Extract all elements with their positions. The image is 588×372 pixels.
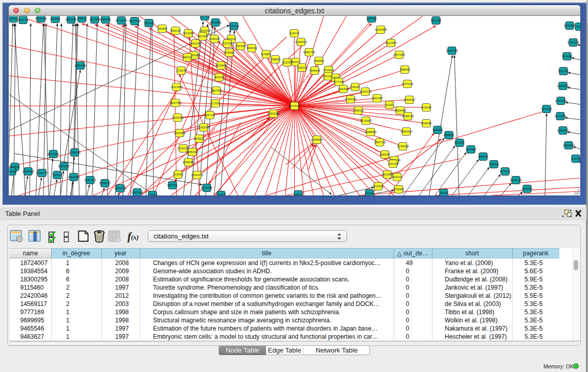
svg-text:10553257: 10553257: [65, 18, 77, 21]
svg-text:10154808: 10154808: [375, 28, 386, 31]
svg-text:11121: 11121: [576, 25, 583, 28]
svg-text:21364436: 21364436: [344, 98, 356, 101]
svg-text:2718170: 2718170: [176, 69, 186, 72]
svg-text:8242848: 8242848: [216, 64, 226, 67]
svg-text:12353584: 12353584: [198, 126, 209, 129]
svg-text:12942737: 12942737: [36, 171, 48, 174]
svg-text:10025438: 10025438: [394, 109, 406, 112]
svg-text:16648784: 16648784: [446, 49, 458, 52]
svg-text:822203: 822203: [282, 61, 291, 64]
svg-text:20691406: 20691406: [35, 17, 47, 20]
svg-text:1588520: 1588520: [270, 58, 280, 61]
svg-text:1145117: 1145117: [52, 173, 62, 177]
svg-text:19384554: 19384554: [311, 138, 322, 141]
svg-text:8471676: 8471676: [500, 170, 510, 173]
svg-text:10688609: 10688609: [364, 130, 376, 134]
svg-text:13524851: 13524851: [381, 173, 393, 176]
svg-text:1615112: 1615112: [388, 162, 398, 165]
svg-text:9827552: 9827552: [211, 89, 222, 92]
svg-text:10719155: 10719155: [115, 19, 127, 22]
svg-text:2367608: 2367608: [235, 45, 246, 48]
svg-text:693012: 693012: [0, 167, 9, 170]
svg-text:9777169: 9777169: [334, 80, 344, 83]
svg-text:14463627: 14463627: [403, 98, 415, 101]
svg-text:6379197: 6379197: [454, 141, 465, 144]
svg-text:9327508: 9327508: [222, 42, 232, 45]
svg-text:7625402: 7625402: [173, 173, 183, 176]
svg-text:19218506: 19218506: [563, 24, 575, 27]
svg-text:1005380: 1005380: [200, 15, 210, 18]
svg-text:15720407: 15720407: [360, 119, 372, 122]
svg-text:16782759: 16782759: [114, 187, 126, 190]
svg-text:12213389: 12213389: [170, 85, 182, 89]
svg-text:9329966: 9329966: [562, 55, 572, 58]
svg-text:10914479: 10914479: [191, 173, 203, 177]
svg-text:16107552: 16107552: [169, 101, 181, 104]
svg-text:7986322: 7986322: [353, 109, 363, 112]
svg-text:746266: 746266: [351, 85, 359, 89]
svg-text:10671355: 10671355: [128, 19, 140, 23]
svg-text:12975115: 12975115: [402, 82, 413, 85]
svg-text:19654923: 19654923: [400, 130, 412, 133]
svg-text:10543362: 10543362: [189, 42, 201, 45]
svg-text:9227342: 9227342: [558, 70, 569, 73]
svg-text:17016504: 17016504: [562, 144, 574, 147]
svg-text:18724007: 18724007: [289, 104, 300, 107]
svg-text:8912954: 8912954: [183, 32, 193, 35]
svg-text:252214: 252214: [393, 176, 401, 179]
svg-text:1626215: 1626215: [297, 66, 307, 69]
svg-text:17046788: 17046788: [177, 147, 189, 150]
svg-text:10654928: 10654928: [171, 116, 183, 119]
svg-text:12444154: 12444154: [555, 99, 567, 102]
svg-text:7955812: 7955812: [314, 59, 324, 62]
svg-text:1640953: 1640953: [432, 128, 443, 132]
svg-text:10654122: 10654122: [510, 179, 521, 182]
svg-text:8186328: 8186328: [209, 37, 220, 40]
svg-text:20206526: 20206526: [47, 152, 59, 156]
svg-text:9245652: 9245652: [522, 187, 532, 190]
svg-text:10607487: 10607487: [371, 97, 383, 100]
svg-text:4055724: 4055724: [18, 18, 28, 21]
svg-text:10053809: 10053809: [209, 21, 221, 24]
svg-text:9827503: 9827503: [198, 35, 208, 38]
svg-text:5878312: 5878312: [194, 137, 204, 140]
svg-text:151361: 151361: [365, 192, 374, 195]
svg-text:8756685: 8756685: [224, 51, 234, 54]
svg-text:989016: 989016: [183, 56, 191, 59]
svg-text:7515546: 7515546: [144, 21, 154, 25]
svg-text:6466160: 6466160: [100, 18, 111, 21]
svg-text:9684067: 9684067: [380, 153, 390, 156]
svg-text:18907249: 18907249: [374, 141, 385, 144]
svg-text:12213957: 12213957: [385, 41, 397, 45]
svg-text:7357224: 7357224: [229, 25, 239, 28]
svg-text:10210643: 10210643: [554, 115, 566, 118]
svg-text:20053346: 20053346: [74, 64, 86, 67]
svg-text:1753426: 1753426: [394, 188, 404, 191]
svg-text:803144: 803144: [214, 76, 223, 79]
svg-text:8938928: 8938928: [444, 134, 454, 137]
svg-text:12923448: 12923448: [131, 191, 143, 194]
svg-text:9699695: 9699695: [421, 122, 431, 125]
svg-text:1093557: 1093557: [50, 17, 60, 20]
svg-text:2935114: 2935114: [478, 155, 488, 158]
svg-text:7632621: 7632621: [489, 163, 499, 166]
svg-text:7663822: 7663822: [157, 27, 167, 30]
svg-text:14982422: 14982422: [186, 150, 198, 154]
svg-text:117005: 117005: [211, 102, 220, 105]
svg-text:1125419: 1125419: [289, 32, 299, 35]
svg-text:13716485: 13716485: [201, 186, 212, 189]
svg-text:18300295: 18300295: [267, 112, 279, 115]
svg-text:16245374: 16245374: [359, 90, 371, 93]
svg-text:12093872: 12093872: [557, 84, 569, 87]
svg-text:118313: 118313: [294, 193, 303, 196]
svg-text:6734023: 6734023: [323, 69, 334, 72]
svg-text:892037: 892037: [291, 60, 300, 63]
svg-text:6990443: 6990443: [310, 69, 320, 72]
svg-text:23226058: 23226058: [199, 29, 210, 32]
svg-text:9146821: 9146821: [261, 53, 271, 56]
svg-text:2087682: 2087682: [366, 17, 377, 20]
svg-text:9115460: 9115460: [421, 106, 431, 109]
svg-text:7485063: 7485063: [400, 68, 410, 71]
svg-text:17957275: 17957275: [84, 179, 96, 182]
svg-text:6497508: 6497508: [338, 87, 349, 91]
